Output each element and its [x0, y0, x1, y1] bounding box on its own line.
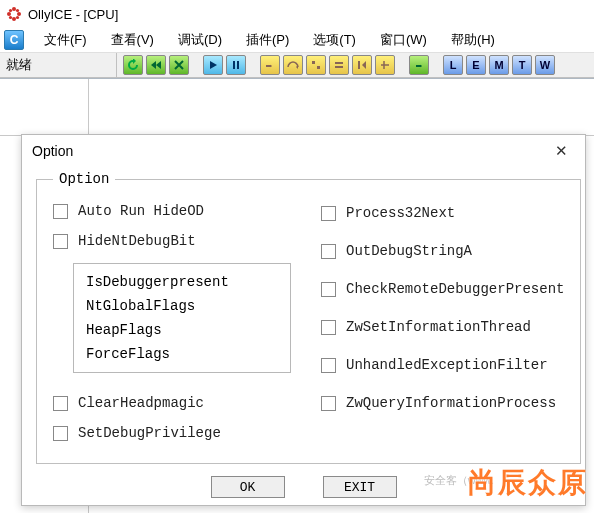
- svg-point-2: [17, 12, 21, 16]
- work-area: Option ✕ Option Auto Run HideOD HideNtDe…: [0, 78, 594, 513]
- watermark-large: 尚辰众原: [468, 464, 588, 502]
- step-into-icon[interactable]: [260, 55, 280, 75]
- item-heapflags: HeapFlags: [86, 322, 278, 338]
- checkbox-setdebugprivilege[interactable]: SetDebugPrivilege: [53, 425, 291, 441]
- checkbox-label: Process32Next: [346, 205, 455, 221]
- exit-button[interactable]: EXIT: [323, 476, 397, 498]
- menu-option[interactable]: 选项(T): [303, 30, 366, 50]
- checkbox-unhandledexceptionfilter[interactable]: UnhandledExceptionFilter: [321, 357, 564, 373]
- step-over-icon[interactable]: [283, 55, 303, 75]
- trace-into-icon[interactable]: [306, 55, 326, 75]
- status-text: 就绪: [0, 53, 117, 77]
- checkbox-zwqueryinformationprocess[interactable]: ZwQueryInformationProcess: [321, 395, 564, 411]
- menu-window[interactable]: 窗口(W): [370, 30, 437, 50]
- pause-icon[interactable]: [226, 55, 246, 75]
- close-icon[interactable]: ✕: [547, 137, 575, 165]
- checkbox-label: SetDebugPrivilege: [78, 425, 221, 441]
- cpu-icon[interactable]: C: [4, 30, 24, 50]
- toolbar: L E M T W: [117, 55, 594, 75]
- option-group-legend: Option: [53, 171, 115, 187]
- svg-point-1: [7, 12, 11, 16]
- window-L-button[interactable]: L: [443, 55, 463, 75]
- checkbox-clearheapmagic[interactable]: ClearHeadpmagic: [53, 395, 291, 411]
- checkbox-outdebugstringa[interactable]: OutDebugStringA: [321, 243, 564, 259]
- menu-help[interactable]: 帮助(H): [441, 30, 505, 50]
- svg-rect-10: [335, 62, 343, 64]
- app-icon: [6, 6, 22, 22]
- checkbox-hident-debugbit[interactable]: HideNtDebugBit: [53, 233, 291, 249]
- run-icon[interactable]: [203, 55, 223, 75]
- svg-point-5: [16, 9, 19, 12]
- window-T-button[interactable]: T: [512, 55, 532, 75]
- execute-till-ret-icon[interactable]: [352, 55, 372, 75]
- svg-point-6: [9, 16, 12, 19]
- titlebar: OllyICE - [CPU]: [0, 0, 594, 28]
- window-E-button[interactable]: E: [466, 55, 486, 75]
- window-M-button[interactable]: M: [489, 55, 509, 75]
- trace-over-icon[interactable]: [329, 55, 349, 75]
- menu-debug[interactable]: 调试(D): [168, 30, 232, 50]
- ok-button[interactable]: OK: [211, 476, 285, 498]
- window-title: OllyICE - [CPU]: [28, 7, 118, 22]
- status-toolbar: 就绪 L E M T W: [0, 52, 594, 78]
- close-process-icon[interactable]: [169, 55, 189, 75]
- checkbox-label: OutDebugStringA: [346, 243, 472, 259]
- menubar: C 文件(F) 查看(V) 调试(D) 插件(P) 选项(T) 窗口(W) 帮助…: [0, 28, 594, 52]
- checkbox-label: ClearHeadpmagic: [78, 395, 204, 411]
- checkbox-autorun-hideod[interactable]: Auto Run HideOD: [53, 203, 291, 219]
- svg-rect-11: [335, 66, 343, 68]
- execute-till-user-icon[interactable]: [375, 55, 395, 75]
- item-forceflags: ForceFlags: [86, 346, 278, 362]
- checkbox-label: Auto Run HideOD: [78, 203, 204, 219]
- option-dialog: Option ✕ Option Auto Run HideOD HideNtDe…: [21, 134, 586, 506]
- checkbox-label: UnhandledExceptionFilter: [346, 357, 548, 373]
- menu-view[interactable]: 查看(V): [101, 30, 164, 50]
- svg-rect-9: [317, 66, 320, 69]
- svg-point-3: [12, 17, 16, 21]
- svg-point-0: [12, 7, 16, 11]
- checkbox-label: ZwSetInformationThread: [346, 319, 531, 335]
- window-W-button[interactable]: W: [535, 55, 555, 75]
- debugbit-subitems: IsDebuggerpresent NtGlobalFlags HeapFlag…: [73, 263, 291, 373]
- checkbox-label: HideNtDebugBit: [78, 233, 196, 249]
- checkbox-label: CheckRemoteDebuggerPresent: [346, 281, 564, 297]
- item-ntglobalflags: NtGlobalFlags: [86, 298, 278, 314]
- svg-rect-8: [312, 61, 315, 64]
- svg-point-7: [16, 16, 19, 19]
- menu-plugin[interactable]: 插件(P): [236, 30, 299, 50]
- checkbox-checkremotedebuggerpresent[interactable]: CheckRemoteDebuggerPresent: [321, 281, 564, 297]
- svg-point-4: [9, 9, 12, 12]
- checkbox-zwsetinformationthread[interactable]: ZwSetInformationThread: [321, 319, 564, 335]
- checkbox-label: ZwQueryInformationProcess: [346, 395, 556, 411]
- checkbox-process32next[interactable]: Process32Next: [321, 205, 564, 221]
- restart-icon[interactable]: [123, 55, 143, 75]
- dialog-titlebar: Option ✕: [22, 135, 585, 167]
- option-group: Option Auto Run HideOD HideNtDebugBit Is…: [36, 171, 581, 464]
- rewind-icon[interactable]: [146, 55, 166, 75]
- goto-icon[interactable]: [409, 55, 429, 75]
- menu-file[interactable]: 文件(F): [34, 30, 97, 50]
- dialog-title: Option: [32, 143, 73, 159]
- item-isdebuggerpresent: IsDebuggerpresent: [86, 274, 278, 290]
